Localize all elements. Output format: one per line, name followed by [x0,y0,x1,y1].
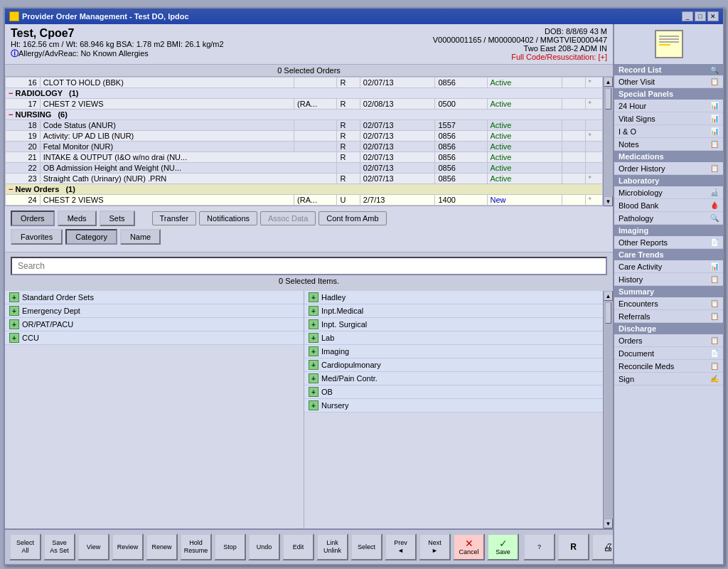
cancel-label: Cancel [459,548,478,556]
scroll-thumb[interactable] [605,88,611,110]
other-visit-item[interactable]: Other Visit 📋 [614,75,723,88]
help-button[interactable]: ? [523,533,555,560]
summary-header: Summary [614,286,723,297]
table-row[interactable]: 21 INTAKE & OUTPUT (I&O w/no drai (NU...… [6,152,603,163]
category-tab[interactable]: Category [65,229,117,245]
sidebar-item-microbiology[interactable]: Microbiology 🔬 [614,186,723,199]
window-title: Provider Order Management - Test DO, Ipd… [22,12,189,21]
stop-label: Stop [223,543,237,551]
cont-from-amb-button[interactable]: Cont from Amb [318,211,386,225]
table-row[interactable]: 23 Straight Cath (Urinary) (NUR) .PRN R … [6,174,603,184]
list-item[interactable]: + Lab [304,331,603,345]
record-list-label: Record List [619,65,662,74]
list-item[interactable]: + Inpt. Surgical [304,318,603,331]
undo-button[interactable]: Undo [248,533,280,560]
prev-button[interactable]: Prev◄ [385,533,417,560]
expand-icon: + [309,319,318,329]
set-label: Inpt. Surgical [321,320,367,329]
sets-scrollbar[interactable]: ▲ ▼ [603,291,613,528]
record-list-header: Record List 🔍 [614,64,723,75]
sidebar-item-notes[interactable]: Notes 📋 [614,138,723,151]
save-button[interactable]: ✓ Save [487,533,519,560]
table-row[interactable]: 17 CHEST 2 VIEWS (RA... R 02/08/13 0500 … [6,99,603,110]
table-row[interactable]: 24 CHEST 2 VIEWS (RA... U 2/7/13 1400 Ne… [6,195,603,206]
sets-scroll-thumb[interactable] [605,302,611,324]
list-item[interactable]: + Hadley [304,291,603,304]
close-button[interactable]: ✕ [707,11,719,21]
sidebar-item-blood-bank[interactable]: Blood Bank 🩸 [614,199,723,212]
expand-icon: + [9,306,19,316]
notepad-icon[interactable] [655,30,683,58]
maximize-button[interactable]: □ [695,11,706,21]
next-button[interactable]: Next► [419,533,451,560]
sidebar-item-24hour[interactable]: 24 Hour 📊 [614,100,723,112]
sets-scroll-down[interactable]: ▼ [604,519,613,528]
sets-tab[interactable]: Sets [100,211,135,226]
cancel-icon: ✕ [465,538,473,548]
sidebar-item-discharge-orders[interactable]: Orders 📋 [614,334,723,347]
review-button[interactable]: Review [112,533,144,560]
select-all-button[interactable]: Select All [9,533,41,560]
cancel-button[interactable]: ✕ Cancel [453,533,485,560]
section-header-radiology: − RADIOLOGY (1) [6,88,603,99]
favorites-tab[interactable]: Favorites [11,229,63,245]
orders-scrollbar[interactable]: ▲ ▼ [603,77,613,206]
sidebar-item-encounters[interactable]: Encounters 📋 [614,297,723,310]
action-buttons: Transfer Notifications Assoc Data Cont f… [152,211,387,225]
renew-button[interactable]: Renew [146,533,178,560]
table-row[interactable]: 18 Code Status (ANUR) R 02/07/13 1557 Ac… [6,120,603,131]
collapse-nursing[interactable]: − [9,110,13,119]
table-row[interactable]: 20 Fetal Monitor (NUR) R 02/07/13 0856 A… [6,142,603,152]
name-tab[interactable]: Name [120,229,161,245]
sets-scroll-up[interactable]: ▲ [604,291,613,301]
medications-header: Medications [614,151,723,162]
list-item[interactable]: + Standard Order Sets [5,291,304,304]
stop-button[interactable]: Stop [214,533,246,560]
collapse-new-orders[interactable]: − [9,185,13,193]
window-controls[interactable]: _ □ ✕ [682,11,719,21]
list-item[interactable]: + OR/PAT/PACU [5,318,304,331]
view-button[interactable]: View [77,533,109,560]
link-unlink-button[interactable]: LinkUnlink [316,533,348,560]
hold-resume-button[interactable]: HoldResume [180,533,212,560]
r-button[interactable]: R [557,533,589,560]
list-item[interactable]: + CCU [5,331,304,345]
transfer-button[interactable]: Transfer [152,211,197,225]
sidebar-item-other-reports[interactable]: Other Reports 📄 [614,236,723,249]
list-item[interactable]: + Nursery [304,399,603,413]
list-item[interactable]: + Inpt.Medical [304,304,603,318]
sidebar-item-sign[interactable]: Sign ✍ [614,373,723,385]
scroll-up-button[interactable]: ▲ [604,77,613,87]
sidebar-item-order-history[interactable]: Order History 📋 [614,162,723,175]
main-tabs: Orders Meds Sets [11,211,135,226]
meds-tab[interactable]: Meds [58,211,97,226]
expand-icon: + [309,387,318,397]
orders-tab[interactable]: Orders [11,211,55,226]
assoc-data-button[interactable]: Assoc Data [260,211,316,225]
sidebar-item-vital-signs[interactable]: Vital Signs 📊 [614,112,723,125]
sidebar-item-history[interactable]: History 📋 [614,273,723,286]
list-item[interactable]: + OB [304,385,603,399]
search-input[interactable] [11,257,607,275]
sidebar-item-reconcile-meds[interactable]: Reconcile Meds 📋 [614,360,723,373]
save-as-set-button[interactable]: SaveAs Set [43,533,75,560]
sidebar-item-document[interactable]: Document 📄 [614,347,723,360]
minimize-button[interactable]: _ [682,11,693,21]
sidebar-item-referrals[interactable]: Referrals 📋 [614,310,723,323]
list-item[interactable]: + Emergency Dept [5,304,304,318]
sidebar-item-io[interactable]: I & O 📊 [614,125,723,138]
section-header-new-orders: − New Orders (1) [6,184,603,195]
collapse-radiology[interactable]: − [9,89,13,97]
scroll-down-button[interactable]: ▼ [604,196,613,206]
list-item[interactable]: + Cardiopulmonary [304,358,603,372]
list-item[interactable]: + Imaging [304,345,603,358]
edit-button[interactable]: Edit [282,533,314,560]
list-item[interactable]: + Med/Pain Contr. [304,372,603,385]
table-row[interactable]: 19 Activity: UP AD LIB (NUR) R 02/07/13 … [6,131,603,142]
sidebar-item-care-activity[interactable]: Care Activity 📊 [614,260,723,273]
select-button[interactable]: Select [350,533,382,560]
notifications-button[interactable]: Notifications [199,211,257,225]
sidebar-item-pathology[interactable]: Pathology 🔍 [614,212,723,225]
table-row[interactable]: 16 CLOT TO HOLD (BBK) R 02/07/13 0856 Ac… [6,78,603,88]
table-row[interactable]: 22 OB Admission Height and Weight (NU...… [6,163,603,174]
